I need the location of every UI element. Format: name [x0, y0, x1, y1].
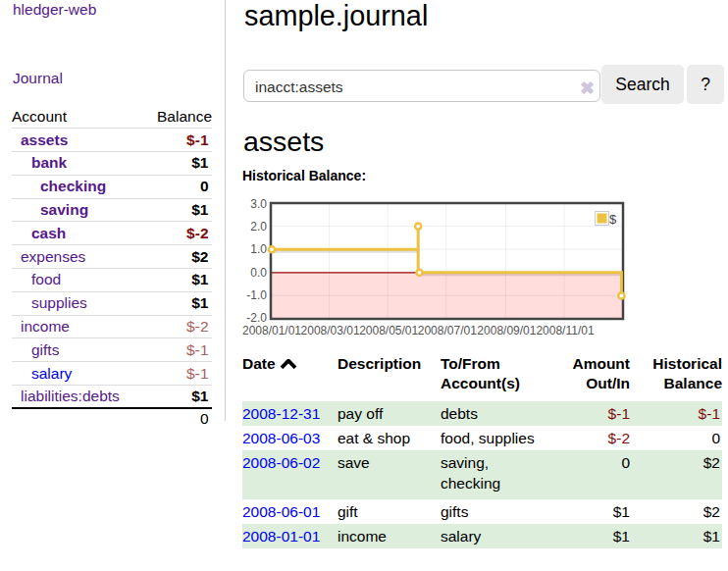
svg-text:$: $ [609, 212, 617, 227]
svg-text:0.0: 0.0 [250, 266, 267, 280]
svg-text:2.0: 2.0 [250, 220, 267, 234]
svg-text:1.0: 1.0 [250, 242, 267, 256]
svg-text:2008/01/01: 2008/01/01 [242, 324, 301, 337]
svg-text:2008/11/01: 2008/11/01 [536, 324, 594, 337]
svg-text:-1.0: -1.0 [246, 288, 267, 302]
svg-text:2008/09/01: 2008/09/01 [477, 324, 536, 337]
svg-text:2008/03/01: 2008/03/01 [301, 324, 360, 337]
svg-text:2008/07/01: 2008/07/01 [418, 324, 477, 337]
svg-text:3.0: 3.0 [250, 197, 267, 211]
svg-text:-2.0: -2.0 [246, 311, 267, 325]
svg-text:2008/05/01: 2008/05/01 [359, 324, 418, 337]
